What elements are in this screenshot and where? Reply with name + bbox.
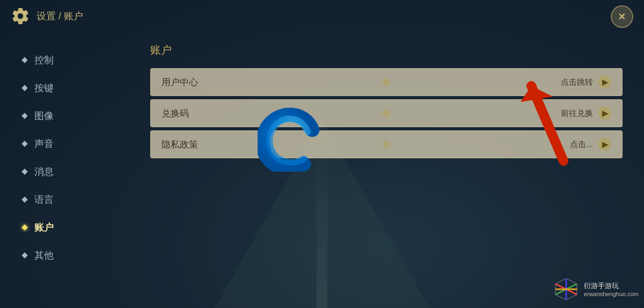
row-arrow-icon: ▶ <box>598 107 611 120</box>
diamond-icon <box>21 196 27 202</box>
row-action-redeem: 前往兑换 <box>561 108 593 119</box>
header: 设置 / 账户 × <box>0 0 644 32</box>
diamond-icon <box>21 57 27 63</box>
row-action-user-center: 点击跳转 <box>561 77 593 87</box>
row-action-privacy: 点击... <box>570 140 593 150</box>
watermark-logo-icon <box>553 276 580 303</box>
sidebar-label-image: 图像 <box>34 109 54 122</box>
sidebar-item-sound[interactable]: 声音 <box>16 132 129 156</box>
diamond-icon <box>21 113 27 119</box>
sidebar-label-sound: 声音 <box>34 137 54 150</box>
sidebar-label-key: 按键 <box>34 82 54 94</box>
row-arrow-icon: ▶ <box>598 76 611 89</box>
row-redeem[interactable]: 兑换码 前往兑换 ▶ <box>150 99 623 127</box>
watermark: 衍游手游玩 erwanshenghuo.com <box>553 276 639 303</box>
row-arrow-icon: ▶ <box>598 138 611 151</box>
diamond-icon <box>21 252 27 258</box>
sidebar-item-image[interactable]: 图像 <box>16 104 129 128</box>
sidebar-item-language[interactable]: 语言 <box>16 188 129 211</box>
row-user-center[interactable]: 用户中心 点击跳转 ▶ <box>150 68 623 96</box>
diamond-icon <box>21 141 27 146</box>
row-label-redeem: 兑换码 <box>162 107 561 120</box>
sidebar-label-other: 其他 <box>34 249 54 262</box>
watermark-text-block: 衍游手游玩 erwanshenghuo.com <box>584 281 639 297</box>
sidebar-item-other[interactable]: 其他 <box>16 244 129 267</box>
edge-logo <box>258 107 322 172</box>
close-icon: × <box>619 10 626 24</box>
content-area: 账户 用户中心 点击跳转 ▶ 兑换码 前往兑换 ▶ 隐私政策 点击... ▶ <box>129 32 644 308</box>
watermark-site: 衍游手游玩 <box>584 281 639 291</box>
row-privacy[interactable]: 隐私政策 点击... ▶ <box>150 130 623 158</box>
sidebar-label-account: 账户 <box>34 221 54 234</box>
diamond-icon <box>21 168 27 174</box>
main-layout: 控制 按键 图像 声音 消息 语言 账户 其他 <box>0 32 644 308</box>
sidebar-item-message[interactable]: 消息 <box>16 160 129 184</box>
breadcrumb: 设置 / 账户 <box>36 10 83 23</box>
gear-icon <box>11 6 30 26</box>
diamond-icon <box>21 224 27 230</box>
sidebar-label-control: 控制 <box>34 54 54 67</box>
row-label-privacy: 隐私政策 <box>162 138 570 151</box>
close-button[interactable]: × <box>611 5 633 28</box>
sidebar-label-message: 消息 <box>34 165 54 178</box>
sidebar-item-key[interactable]: 按键 <box>16 76 129 100</box>
diamond-icon <box>21 85 27 91</box>
sidebar-label-language: 语言 <box>34 193 54 206</box>
sidebar-item-account[interactable]: 账户 <box>16 216 129 239</box>
sidebar-item-control[interactable]: 控制 <box>16 48 129 72</box>
watermark-url: erwanshenghuo.com <box>584 291 639 297</box>
sidebar: 控制 按键 图像 声音 消息 语言 账户 其他 <box>0 32 129 308</box>
section-title: 账户 <box>150 43 623 57</box>
row-label-user-center: 用户中心 <box>162 76 561 89</box>
